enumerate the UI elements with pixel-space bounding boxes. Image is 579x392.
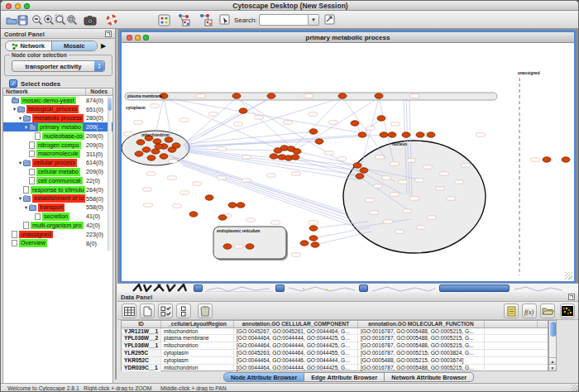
graph-node-label[interactable] [173, 204, 182, 208]
search-input[interactable] [259, 14, 309, 26]
graph-node[interactable] [377, 116, 385, 121]
network-window-titlebar[interactable]: primary metabolic process [122, 32, 574, 43]
graph-node-label[interactable] [218, 176, 227, 179]
table-cell[interactable]: mitochondrion [161, 342, 234, 349]
table-cell[interactable]: YDR039C__1 [122, 365, 161, 371]
scroll-up-icon[interactable]: ▲ [549, 357, 556, 364]
graph-node[interactable] [246, 244, 254, 249]
table-cell[interactable]: mitochondrion [161, 328, 234, 335]
attribute-notes-icon[interactable] [504, 304, 519, 318]
tree-row-mosaic-demo-yeast[interactable]: mosaic-demo-yeast874(0) [3, 96, 112, 105]
table-cell[interactable]: cytoplasm [161, 350, 234, 356]
netwin-close-button[interactable] [127, 35, 132, 41]
graph-node[interactable] [153, 139, 161, 144]
graph-node[interactable] [427, 132, 435, 137]
table-cell[interactable]: [GO:0016787, GO:0005488, GO:0005215, G..… [358, 335, 485, 342]
graph-node-label[interactable] [197, 94, 206, 98]
graph-node[interactable] [165, 137, 173, 142]
expander-icon[interactable]: ▼ [17, 160, 23, 165]
graph-node-label[interactable] [410, 197, 419, 200]
graph-node-label[interactable] [143, 188, 152, 191]
graph-node[interactable] [228, 203, 237, 208]
graph-node-label[interactable] [447, 197, 456, 200]
table-cell[interactable]: [GO:0044464, GO:0044446, GO:0044444, G..… [234, 357, 358, 364]
search-dropdown-arrow[interactable]: ▼ [309, 14, 319, 26]
graph-node-label[interactable] [168, 176, 177, 179]
graph-node-label[interactable] [455, 180, 464, 184]
window-resize-grip[interactable] [565, 272, 572, 280]
graph-node[interactable] [223, 244, 232, 249]
graph-node[interactable] [351, 121, 359, 126]
unselect-attributes-icon[interactable] [176, 304, 191, 318]
graph-node[interactable] [239, 108, 247, 113]
tree-row-macromolecule[interactable]: macromolecule311(0) [3, 150, 112, 159]
graph-node-label[interactable] [151, 104, 160, 108]
graph-node-label[interactable] [395, 230, 404, 233]
table-cell[interactable]: YPL036W__2 [122, 335, 161, 342]
table-row[interactable]: YKR052Ccytoplasm[GO:0044464, GO:0044446,… [122, 357, 548, 365]
graph-node[interactable] [135, 151, 143, 156]
graph-node-label[interactable] [180, 191, 189, 194]
graph-node-label[interactable] [124, 132, 133, 136]
graph-node[interactable] [543, 157, 551, 162]
zoom-selected-icon[interactable] [65, 12, 79, 27]
new-attribute-icon[interactable] [140, 304, 155, 318]
tree-scrollbar[interactable] [108, 97, 112, 251]
column-header[interactable]: _cellularLayoutRegion [161, 321, 234, 327]
graph-node[interactable] [237, 203, 245, 208]
table-cell[interactable]: [GO:0045263, GO:0044464, GO:0044455, G..… [234, 350, 358, 356]
table-cell[interactable]: [GO:0044464, GO:0044444, GO:0044425, G..… [234, 335, 358, 342]
graph-node-label[interactable] [403, 209, 412, 213]
graph-node[interactable] [338, 93, 347, 98]
column-header[interactable]: annotation.GO MOLECULAR_FUNCTION [358, 321, 485, 327]
graph-node[interactable] [270, 154, 278, 159]
graph-node-label[interactable] [169, 160, 178, 163]
app-resize-grip[interactable] [572, 385, 579, 392]
netwin-minimize-button[interactable] [135, 35, 141, 41]
graph-node-label[interactable] [246, 218, 256, 222]
graph-node-label[interactable] [436, 187, 445, 190]
float-panel-icon[interactable] [105, 31, 112, 37]
tree-row-primary-metabo[interactable]: ▼primary metabo209(... [3, 122, 112, 131]
graph-node-label[interactable] [193, 182, 202, 185]
import-attributes-folder-icon[interactable] [540, 304, 555, 318]
graph-node[interactable] [360, 168, 368, 173]
layout-settings-icon[interactable] [156, 12, 171, 27]
graph-node[interactable] [356, 174, 364, 179]
tree-row-secretion[interactable]: secretion41(0) [3, 212, 112, 221]
graph-node-label[interactable] [390, 193, 400, 196]
graph-node-label[interactable] [415, 179, 424, 182]
tree-row-cellular-metabo[interactable]: cellular metabo209(0) [3, 167, 112, 176]
table-scroll-thumb[interactable] [550, 322, 556, 337]
select-nodes-checkbox[interactable]: ✓ [9, 79, 17, 88]
table-row[interactable]: YPL036W__1mitochondrion[GO:0044464, GO:0… [122, 342, 548, 350]
table-cell[interactable]: plasma membrane [161, 335, 234, 342]
graph-node[interactable] [358, 132, 366, 137]
float-panel-icon[interactable] [568, 294, 575, 300]
select-attributes-icon[interactable] [122, 304, 136, 318]
tab-network[interactable]: Network [6, 41, 51, 50]
table-row[interactable]: YLR295Ccytoplasm[GO:0045263, GO:0044464,… [122, 350, 548, 357]
graph-node[interactable] [315, 139, 323, 144]
graph-node-label[interactable] [255, 116, 264, 119]
graph-node[interactable] [267, 93, 275, 98]
background-window-titlebar-fragment[interactable] [439, 284, 510, 292]
graph-node-label[interactable] [304, 94, 313, 98]
graph-node[interactable] [160, 154, 168, 159]
graph-node[interactable] [311, 242, 319, 247]
snapshot-camera-icon[interactable] [83, 12, 98, 27]
table-cell[interactable]: YKR052C [122, 357, 161, 364]
table-row[interactable]: YPL036W__2plasma membrane[GO:0044464, GO… [122, 335, 548, 342]
table-cell[interactable]: [GO:0044464, GO:0044444, GO:0044425, G..… [234, 365, 358, 371]
graph-node[interactable] [205, 195, 213, 200]
graph-node-label[interactable] [209, 112, 218, 116]
graph-node-label[interactable] [376, 155, 385, 159]
table-cell[interactable]: [GO:0016787, GO:0005488, GO:0005215, G..… [358, 328, 485, 335]
expander-icon[interactable]: ▼ [17, 196, 23, 201]
graph-node[interactable] [142, 147, 151, 152]
graph-node[interactable] [147, 155, 156, 160]
tree-row-biological-process[interactable]: ▼biological_process651(0) [3, 105, 112, 114]
table-scrollbar[interactable]: ▲ ▼ [548, 320, 557, 371]
graph-node[interactable] [189, 212, 198, 217]
graph-node-label[interactable] [384, 220, 393, 223]
